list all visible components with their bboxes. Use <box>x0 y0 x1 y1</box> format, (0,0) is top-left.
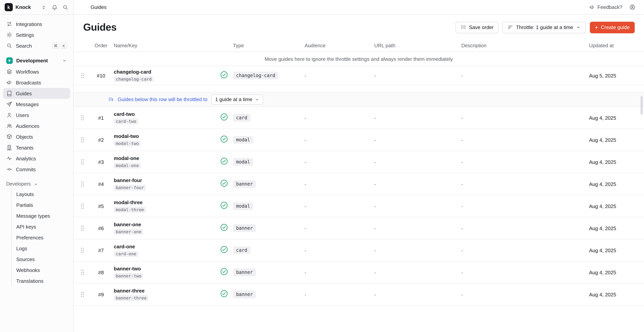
row-url-path: - <box>374 137 461 143</box>
row-audience: - <box>304 115 374 121</box>
drag-handle-icon[interactable] <box>80 137 84 143</box>
sidebar-item-webhooks[interactable]: Webhooks <box>13 265 70 275</box>
sidebar-item-partials[interactable]: Partials <box>13 199 70 210</box>
sidebar-item-translations[interactable]: Translations <box>13 275 70 286</box>
table-row[interactable]: #6 banner-onebanner-one banner - - - Aug… <box>74 217 644 239</box>
app-shell: Integrations Settings Search ⌘ K <box>0 15 644 332</box>
throttle-button[interactable]: Throttle: 1 guide at a time <box>502 22 586 33</box>
table-row[interactable]: #5 modal-threemodal-three modal - - - Au… <box>74 195 644 217</box>
status-check-icon <box>220 135 228 145</box>
scrollbar-thumb[interactable] <box>640 96 643 115</box>
table-row[interactable]: #1 card-twocard-two card - - - Aug 4, 20… <box>74 107 644 129</box>
sidebar-item-commits[interactable]: Commits <box>3 164 70 175</box>
sidebar-item-label: Guides <box>16 91 32 96</box>
sidebar-item-analytics[interactable]: Analytics <box>3 153 70 164</box>
sidebar-item-label: Users <box>16 112 29 118</box>
row-audience: - <box>304 137 374 143</box>
plus-icon: + <box>595 25 598 30</box>
row-description: - <box>461 159 589 165</box>
table-row[interactable]: #2 modal-twomodal-two modal - - - Aug 4,… <box>74 129 644 151</box>
drag-handle-icon[interactable] <box>80 203 84 209</box>
save-order-button[interactable]: Save order <box>456 22 499 33</box>
row-order: #10 <box>91 73 111 79</box>
status-check-icon <box>220 179 228 189</box>
chevron-down-icon <box>32 182 39 186</box>
row-audience: - <box>304 203 374 209</box>
developers-section-label: Developers <box>6 181 30 187</box>
workspace-switcher[interactable]: k Knock <box>0 0 74 14</box>
row-description: - <box>461 203 589 209</box>
sidebar-item-guides[interactable]: Guides <box>3 88 70 99</box>
sidebar-item-audiences[interactable]: Audiences <box>3 121 70 131</box>
sidebar-item-users[interactable]: Users <box>3 110 70 121</box>
sidebar-item-logs[interactable]: Logs <box>13 243 70 254</box>
developers-section-toggle[interactable]: Developers <box>3 179 70 189</box>
row-url-path: - <box>374 291 461 297</box>
guide-name: changelog-card <box>114 69 215 75</box>
row-audience: - <box>304 291 374 297</box>
page-header: Guides Save order Throttle: 1 guide at a… <box>74 15 644 39</box>
row-description: - <box>461 225 589 231</box>
sidebar-item-integrations[interactable]: Integrations <box>3 19 70 30</box>
guide-name: banner-three <box>114 288 215 294</box>
sidebar-item-objects[interactable]: Objects <box>3 131 70 142</box>
throttle-divider-link[interactable]: Guides below this row will be throttled … <box>118 97 208 102</box>
sidebar-item-settings[interactable]: Settings <box>3 30 70 40</box>
sidebar-item-sources[interactable]: Sources <box>13 254 70 265</box>
row-updated-at: Aug 4, 2025 <box>589 115 644 121</box>
col-audience: Audience <box>304 43 374 48</box>
create-guide-label: Create guide <box>601 25 630 30</box>
table-row[interactable]: #10 changelog-cardchangelog-card changel… <box>74 66 644 85</box>
create-guide-button[interactable]: + Create guide <box>590 22 635 33</box>
sidebar-item-preferences[interactable]: Preferences <box>13 232 70 243</box>
sidebar-item-tenants[interactable]: Tenants <box>3 142 70 153</box>
row-audience: - <box>304 225 374 231</box>
sidebar-item-label: Message types <box>16 213 50 219</box>
table-row[interactable]: #7 card-onecard-one card - - - Aug 4, 20… <box>74 239 644 261</box>
drag-handle-icon[interactable] <box>80 269 84 275</box>
sidebar-item-message-types[interactable]: Message types <box>13 210 70 221</box>
drag-handle-icon[interactable] <box>80 181 84 187</box>
drag-handle-icon[interactable] <box>80 73 84 79</box>
drag-handle-icon[interactable] <box>80 225 84 231</box>
row-order: #9 <box>91 291 111 297</box>
sidebar-item-broadcasts[interactable]: Broadcasts <box>3 77 70 88</box>
sidebar-item-search[interactable]: Search ⌘ K <box>3 40 70 51</box>
type-badge: banner <box>233 224 256 232</box>
throttle-count-select[interactable]: 1 guide at a time <box>211 94 263 104</box>
environment-switcher[interactable]: Development <box>3 55 70 66</box>
guide-key: modal-one <box>114 163 141 169</box>
drag-handle-icon[interactable] <box>80 115 84 121</box>
guide-key: banner-four <box>114 185 146 191</box>
bell-icon[interactable] <box>52 4 58 10</box>
row-description: - <box>461 73 589 79</box>
drag-handle-icon[interactable] <box>80 159 84 165</box>
guide-key: card-two <box>114 119 138 124</box>
table-row[interactable]: #8 banner-twobanner-two banner - - - Aug… <box>74 261 644 283</box>
type-badge: card <box>233 246 250 254</box>
guide-key: modal-two <box>114 141 141 146</box>
type-badge: modal <box>233 136 253 144</box>
guide-key: banner-one <box>114 229 143 235</box>
sidebar-item-messages[interactable]: Messages <box>3 99 70 110</box>
table-row[interactable]: #4 banner-fourbanner-four banner - - - A… <box>74 173 644 195</box>
sidebar-item-workflows[interactable]: Workflows <box>3 66 70 77</box>
row-order: #3 <box>91 159 111 165</box>
row-order: #7 <box>91 247 111 253</box>
feedback-button[interactable]: Feedback? <box>589 4 622 10</box>
chevron-up-down-icon[interactable] <box>41 4 47 10</box>
table-row[interactable]: #3 modal-onemodal-one modal - - - Aug 4,… <box>74 151 644 173</box>
sidebar-item-api-keys[interactable]: API keys <box>13 221 70 232</box>
sidebar-item-label: Webhooks <box>16 267 40 273</box>
table-row[interactable]: #9 banner-threebanner-three banner - - -… <box>74 283 644 306</box>
guide-key: changelog-card <box>114 76 154 82</box>
row-description: - <box>461 181 589 187</box>
status-check-icon <box>220 223 228 233</box>
search-icon[interactable] <box>62 4 68 10</box>
type-badge: banner <box>233 180 256 188</box>
account-avatar-icon[interactable] <box>629 4 636 10</box>
drag-handle-icon[interactable] <box>80 247 84 253</box>
drag-handle-icon[interactable] <box>80 291 84 297</box>
row-audience: - <box>304 269 374 275</box>
sidebar-item-layouts[interactable]: Layouts <box>13 189 70 199</box>
